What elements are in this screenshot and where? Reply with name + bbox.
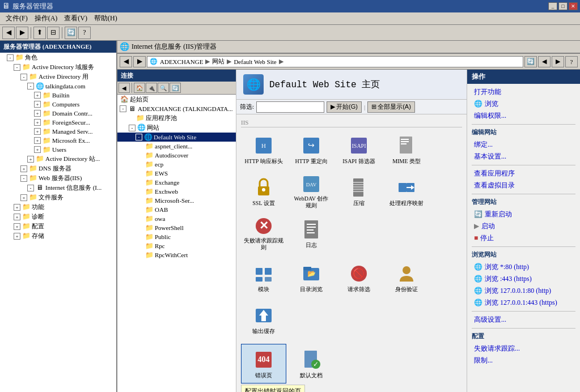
tree-item-storage[interactable]: + 📁 存储 [0,231,116,241]
filter-all-btn[interactable]: ⊞ 全部显示(A) [367,101,415,113]
iis-nav-btn1[interactable]: 🔄 [524,56,537,67]
minimize-button[interactable]: _ [548,2,557,10]
action-advanced-settings[interactable]: 高级设置... [472,314,575,326]
toggle-microsoft-ex[interactable]: + [34,137,41,144]
conn-item-oab[interactable]: 📁 OAB [117,205,236,214]
iis-icon-errorpages[interactable]: 404 错误页 [241,344,286,384]
tree-item-foreign-sec[interactable]: + 📁 ForeignSecur... [0,118,116,127]
show-hide-button[interactable]: ⊟ [47,27,60,39]
toggle-ad-sites[interactable]: + [27,156,34,163]
toggle-domain-ctrl[interactable]: + [34,110,41,117]
tree-item-builtin[interactable]: + 📁 Builtin [0,91,116,100]
iis-icon-http-redirect[interactable]: ↪ HTTP 重定向 [289,130,334,169]
iis-icon-webdav[interactable]: DAV WebDAV 创作规则 [289,172,334,211]
conn-item-exchweb[interactable]: 📁 Exchweb [117,187,236,196]
conn-item-ews[interactable]: 📁 EWS [117,169,236,178]
tree-item-talkingdata[interactable]: - 🌐 talkingdata.com [0,82,116,91]
up-button[interactable]: ⬆ [33,27,46,39]
iis-icon-log[interactable]: 日志 [289,214,334,253]
conn-item-default-web-site[interactable]: - 🌐 Default Web Site [117,133,236,142]
tree-item-dns[interactable]: + 📁 DNS 服务器 [0,164,116,173]
conn-item-adexchange[interactable]: - 🖥 ADEXCHANGE (TALKINGDATA... [117,104,236,113]
conn-item-powershell[interactable]: 📁 PowerShell [117,223,236,232]
iis-icon-isapi[interactable]: ISAPI ISAPI 筛选器 [336,130,382,169]
conn-item-owa[interactable]: 📁 owa [117,214,236,223]
iis-icon-http-response[interactable]: H HTTP 响应标头 [241,130,286,169]
tree-item-web[interactable]: - 📁 Web 服务器(IIS) [0,173,116,183]
action-restart[interactable]: 🔄 重新启动 [472,208,575,220]
conn-item-rpcwithcert[interactable]: 📁 RpcWithCert [117,250,236,259]
tree-item-features[interactable]: + 📁 功能 [0,202,116,212]
action-edit-perms[interactable]: 编辑权限... [472,110,575,122]
iis-nav-btn3[interactable]: ▶ [552,56,564,67]
tree-item-roles[interactable]: - 📁 角色 [0,53,116,62]
action-view-virt-dirs[interactable]: 查看虚拟目录 [472,180,575,191]
toggle-roles[interactable]: - [7,54,14,61]
filter-input[interactable] [256,101,324,113]
toggle-ad-users[interactable]: - [20,74,27,80]
iis-help-btn[interactable]: ? [565,56,578,67]
toggle-computers[interactable]: + [34,101,41,108]
action-failed-req-trace[interactable]: 失败请求跟踪... [472,343,575,355]
iis-icon-compress[interactable]: 压缩 [336,172,382,211]
toggle-diag[interactable]: + [14,214,20,220]
iis-back-btn[interactable]: ◀ [120,56,132,67]
iis-icon-dirbrowse[interactable]: 📂 目录浏览 [289,258,334,297]
conn-item-rpc[interactable]: 📁 Rpc [117,241,236,250]
refresh-button[interactable]: 🔄 [65,27,77,39]
iis-forward-btn[interactable]: ▶ [133,56,146,67]
toggle-iis[interactable]: - [27,185,34,191]
tree-item-ad-users[interactable]: - 📁 Active Directory 用 [0,72,116,82]
iis-nav-btn2[interactable]: ◀ [538,56,551,67]
action-browse-80[interactable]: 🌐 浏览 *:80 (http) [472,261,575,273]
iis-icon-module[interactable]: 模块 [241,258,286,297]
toggle-users[interactable]: + [34,146,41,153]
conn-tool-refresh[interactable]: 🔄 [170,83,181,93]
toggle-features[interactable]: + [14,204,20,211]
toggle-conn-adexchange[interactable]: - [120,105,126,112]
forward-button[interactable]: ▶ [16,27,28,39]
conn-item-startpage[interactable]: 🏠 起始页 [117,95,236,104]
toggle-conn-sites[interactable]: - [129,125,136,131]
action-view-apps[interactable]: 查看应用程序 [472,168,575,180]
toggle-foreign-sec[interactable]: + [34,119,41,126]
iis-icon-outputcache[interactable]: 输出缓存 [241,300,286,339]
conn-item-exchange[interactable]: 📁 Exchange [117,178,236,187]
close-button[interactable]: ✕ [569,2,578,10]
tree-item-ad-sites[interactable]: + 📁 Active Directory 站... [0,154,116,164]
conn-tool-1[interactable]: ◀ [118,83,130,93]
action-limits[interactable]: 限制... [472,355,575,367]
tree-item-config[interactable]: + 📁 配置 [0,221,116,231]
back-button[interactable]: ◀ [2,27,15,39]
iis-icon-handler[interactable]: 处理程序映射 [384,172,429,211]
toggle-web[interactable]: - [20,175,27,182]
action-browse-127-80[interactable]: 🌐 浏览 127.0.0.1:80 (http) [472,285,575,297]
toggle-conn-defaultsite[interactable]: - [136,134,142,140]
action-browse-127-443[interactable]: 🌐 浏览 127.0.0.1:443 (https) [472,297,575,309]
conn-tool-home[interactable]: 🏠 [134,83,145,93]
menu-help[interactable]: 帮助(H) [91,12,121,24]
toggle-ad-domain[interactable]: - [14,64,20,71]
filter-start-btn[interactable]: ▶ 开始(G) [327,101,362,113]
action-browse-443[interactable]: 🌐 浏览 :443 (https) [472,273,575,285]
help-button[interactable]: ? [78,27,91,39]
conn-tool-connect[interactable]: 🔌 [146,83,157,93]
action-browse[interactable]: 🌐 浏览 [472,98,575,110]
toggle-config[interactable]: + [14,223,20,230]
toggle-builtin[interactable]: + [34,92,41,99]
action-basic-settings[interactable]: 基本设置... [472,151,575,163]
tree-item-microsoft-ex[interactable]: + 📁 Microsoft Ex... [0,136,116,145]
conn-item-ecp[interactable]: 📁 ecp [117,160,236,169]
tree-item-fileserv[interactable]: + 📁 文件服务 [0,193,116,202]
tree-item-domain-ctrl[interactable]: + 📁 Domain Contr... [0,109,116,118]
action-start[interactable]: ▶ 启动 [472,220,575,232]
conn-item-sites[interactable]: - 🌐 网站 [117,123,236,133]
tree-item-ad-domain[interactable]: - 📁 Active Directory 域服务 [0,62,116,72]
iis-icon-auth[interactable]: 身份验证 [384,258,429,297]
conn-item-autodiscover[interactable]: 📁 Autodiscover [117,151,236,160]
toggle-dns[interactable]: + [20,165,27,172]
conn-item-aspnet[interactable]: 📁 aspnet_client... [117,142,236,151]
iis-icon-ssl[interactable]: SSL 设置 [241,172,286,211]
menu-action[interactable]: 操作(A) [31,12,61,24]
tree-item-diag[interactable]: + 📁 诊断 [0,212,116,221]
